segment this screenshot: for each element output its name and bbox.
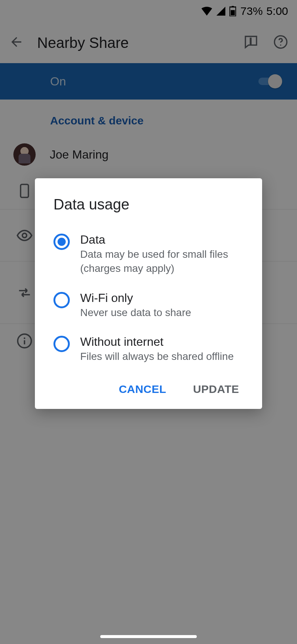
radio-unselected-icon — [53, 292, 70, 308]
home-indicator[interactable] — [100, 635, 197, 638]
data-usage-dialog: Data usage Data Data may be used for sma… — [35, 178, 262, 409]
radio-selected-icon — [53, 234, 70, 250]
option-title: Without internet — [80, 335, 234, 349]
cancel-button[interactable]: CANCEL — [117, 379, 169, 399]
option-data[interactable]: Data Data may be used for small files (c… — [53, 233, 244, 276]
option-title: Data — [80, 233, 244, 247]
option-wifi-only[interactable]: Wi‑Fi only Never use data to share — [53, 291, 244, 320]
option-without-internet[interactable]: Without internet Files will always be sh… — [53, 335, 244, 364]
option-desc: Never use data to share — [80, 306, 191, 320]
option-title: Wi‑Fi only — [80, 291, 191, 305]
option-desc: Data may be used for small files (charge… — [80, 247, 244, 276]
radio-unselected-icon — [53, 336, 70, 352]
option-desc: Files will always be shared offline — [80, 349, 234, 364]
dialog-scrim[interactable]: Data usage Data Data may be used for sma… — [0, 0, 297, 644]
update-button[interactable]: UPDATE — [191, 379, 241, 399]
dialog-title: Data usage — [53, 196, 244, 213]
